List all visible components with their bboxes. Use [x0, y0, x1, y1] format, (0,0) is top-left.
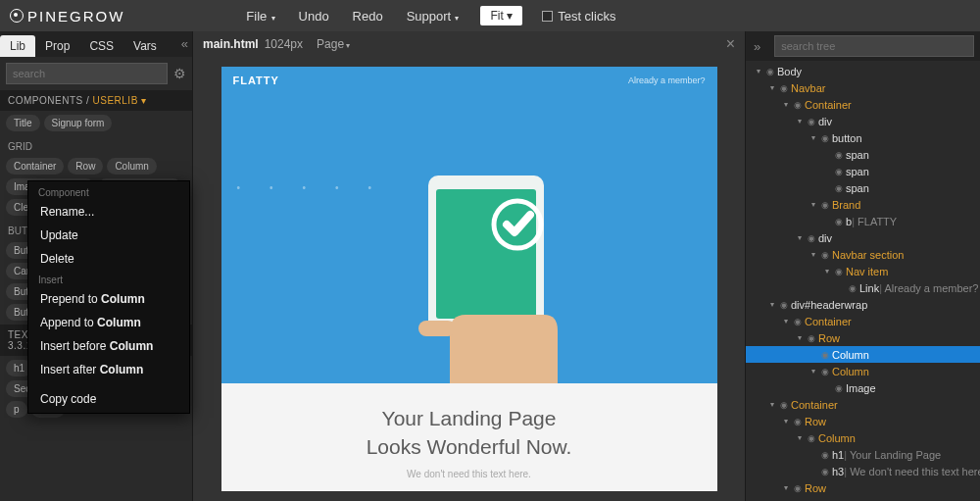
- tree-row[interactable]: ◉h3We don't need this text here.: [746, 463, 980, 479]
- expand-right-icon[interactable]: »: [746, 34, 768, 59]
- eye-icon[interactable]: ◉: [805, 117, 818, 126]
- twisty-icon[interactable]: ▾: [781, 100, 791, 109]
- twisty-icon[interactable]: ▾: [795, 233, 805, 242]
- page-menu[interactable]: Page ▾: [317, 37, 350, 51]
- component-chip[interactable]: Row: [68, 158, 103, 175]
- eye-icon[interactable]: ◉: [818, 467, 832, 476]
- test-clicks-toggle[interactable]: Test clicks: [542, 9, 615, 24]
- tree-row[interactable]: ◉span: [746, 179, 980, 196]
- twisty-icon[interactable]: ▾: [822, 267, 832, 276]
- twisty-icon[interactable]: ▾: [808, 200, 818, 209]
- twisty-icon[interactable]: ▾: [781, 483, 791, 492]
- menu-support[interactable]: Support ▾: [397, 5, 469, 27]
- component-chip[interactable]: Container: [6, 158, 64, 175]
- component-search-input[interactable]: [6, 63, 168, 84]
- eye-icon[interactable]: ◉: [805, 433, 818, 443]
- eye-icon[interactable]: ◉: [818, 367, 832, 376]
- twisty-icon[interactable]: ▾: [808, 250, 818, 259]
- eye-icon[interactable]: ◉: [791, 100, 805, 110]
- tree-row[interactable]: ▾◉Brand: [746, 196, 980, 213]
- tree-row[interactable]: ▾◉Row: [746, 413, 980, 429]
- eye-icon[interactable]: ◉: [818, 133, 832, 143]
- tree-row[interactable]: ▾◉Nav item: [746, 263, 980, 279]
- ctx-delete[interactable]: Delete: [28, 247, 189, 271]
- eye-icon[interactable]: ◉: [832, 383, 846, 393]
- twisty-icon[interactable]: ▾: [795, 117, 805, 125]
- eye-icon[interactable]: ◉: [791, 417, 805, 426]
- eye-icon[interactable]: ◉: [832, 217, 846, 226]
- eye-icon[interactable]: ◉: [805, 333, 818, 343]
- eye-icon[interactable]: ◉: [832, 183, 846, 193]
- collapse-left-icon[interactable]: «: [181, 36, 188, 51]
- twisty-icon[interactable]: ▾: [767, 83, 777, 92]
- eye-icon[interactable]: ◉: [791, 317, 805, 326]
- tree-row[interactable]: ▾◉Column: [746, 429, 980, 446]
- tree-row[interactable]: ▾◉div: [746, 229, 980, 246]
- tree-row[interactable]: ▾◉Navbar: [746, 79, 980, 96]
- tree-search-input[interactable]: [774, 35, 974, 57]
- twisty-icon[interactable]: ▾: [767, 300, 777, 309]
- eye-icon[interactable]: ◉: [818, 350, 832, 360]
- twisty-icon[interactable]: ▾: [808, 367, 818, 376]
- close-document-icon[interactable]: ×: [726, 35, 735, 53]
- twisty-icon[interactable]: ▾: [754, 67, 763, 75]
- tree-row[interactable]: ▾◉div: [746, 113, 980, 129]
- eye-icon[interactable]: ◉: [832, 150, 846, 160]
- ctx-prepend[interactable]: Prepend to Column: [28, 287, 189, 311]
- ctx-copy-code[interactable]: Copy code: [28, 387, 189, 411]
- eye-icon[interactable]: ◉: [846, 283, 859, 293]
- tree-row[interactable]: ▾◉Column: [746, 496, 980, 501]
- tree-row[interactable]: ◉Image: [746, 379, 980, 396]
- gear-icon[interactable]: ⚙: [173, 66, 186, 81]
- menu-undo[interactable]: Undo: [289, 5, 339, 27]
- twisty-icon[interactable]: ▾: [795, 433, 805, 442]
- document-filename[interactable]: main.html: [203, 37, 259, 51]
- eye-icon[interactable]: ◉: [777, 83, 791, 93]
- tree-row[interactable]: ▾◉Row: [746, 479, 980, 496]
- tree-row[interactable]: ▾◉div#headerwrap: [746, 296, 980, 313]
- ctx-rename[interactable]: Rename...: [28, 200, 189, 224]
- eye-icon[interactable]: ◉: [832, 167, 846, 176]
- eye-icon[interactable]: ◉: [818, 200, 832, 210]
- eye-icon[interactable]: ◉: [805, 233, 818, 243]
- tree-row[interactable]: ◉span: [746, 163, 980, 179]
- section-components[interactable]: COMPONENTS / USERLIB ▾: [0, 90, 192, 111]
- tree-row[interactable]: ◉Column: [746, 346, 980, 363]
- tab-vars[interactable]: Vars: [123, 35, 167, 57]
- tree-row[interactable]: ◉bFLATTY: [746, 213, 980, 229]
- tree-row[interactable]: ▾◉Column: [746, 363, 980, 379]
- twisty-icon[interactable]: ▾: [781, 417, 791, 426]
- tree-row[interactable]: ▾◉button: [746, 129, 980, 146]
- component-chip[interactable]: Title: [6, 115, 40, 131]
- tree-row[interactable]: ◉LinkAlready a member?: [746, 279, 980, 296]
- twisty-icon[interactable]: ▾: [795, 333, 805, 342]
- tree-row[interactable]: ▾◉Container: [746, 396, 980, 413]
- component-chip[interactable]: Signup form: [44, 115, 113, 131]
- page-canvas[interactable]: FLATTY Already a member? ••••• You: [221, 67, 717, 491]
- ctx-insert-after[interactable]: Insert after Column: [28, 358, 189, 381]
- tree-row[interactable]: ▾◉Navbar section: [746, 246, 980, 263]
- twisty-icon[interactable]: ▾: [767, 400, 777, 409]
- eye-icon[interactable]: ◉: [818, 450, 832, 460]
- ctx-append[interactable]: Append to Column: [28, 311, 189, 334]
- eye-icon[interactable]: ◉: [818, 250, 832, 260]
- component-chip[interactable]: p: [6, 401, 27, 418]
- twisty-icon[interactable]: ▾: [808, 133, 818, 142]
- eye-icon[interactable]: ◉: [791, 483, 805, 493]
- tab-lib[interactable]: Lib: [0, 35, 35, 57]
- twisty-icon[interactable]: ▾: [781, 317, 791, 326]
- eye-icon[interactable]: ◉: [777, 300, 791, 310]
- tree-row[interactable]: ◉h1Your Landing Page: [746, 446, 980, 463]
- ctx-update[interactable]: Update: [28, 224, 189, 247]
- fit-button[interactable]: Fit ▾: [480, 6, 522, 25]
- tab-css[interactable]: CSS: [79, 35, 123, 57]
- menu-redo[interactable]: Redo: [343, 5, 393, 27]
- eye-icon[interactable]: ◉: [832, 267, 846, 276]
- eye-icon[interactable]: ◉: [763, 67, 777, 76]
- tree-row[interactable]: ▾◉Container: [746, 313, 980, 329]
- tree-row[interactable]: ▾◉Container: [746, 96, 980, 113]
- tab-prop[interactable]: Prop: [35, 35, 79, 57]
- ctx-insert-before[interactable]: Insert before Column: [28, 334, 189, 358]
- component-chip[interactable]: Column: [107, 158, 156, 175]
- tree-row[interactable]: ▾◉Body: [746, 63, 980, 79]
